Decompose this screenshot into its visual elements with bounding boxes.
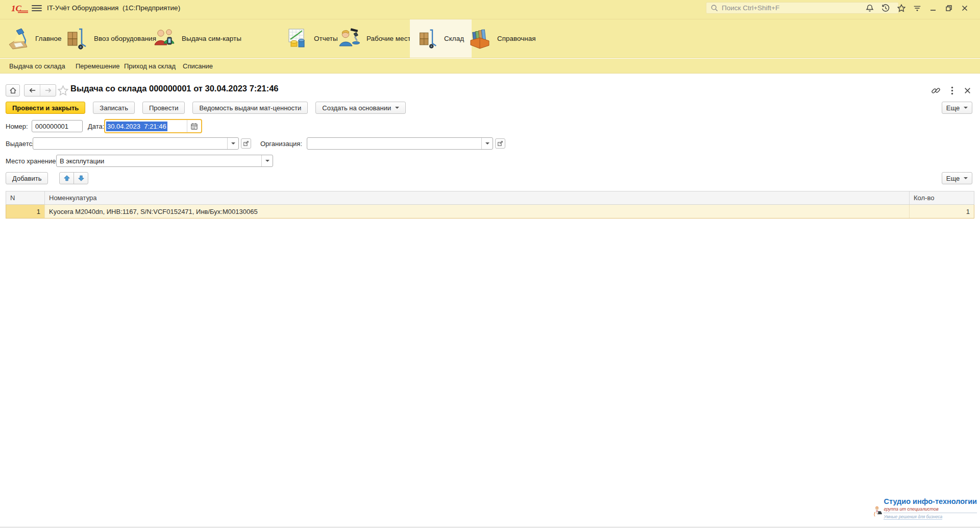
storage-place-value: В эксплутации — [57, 155, 261, 166]
post-and-close-button[interactable]: Провести и закрыть — [6, 102, 85, 114]
titlebar-icons — [862, 1, 972, 15]
home-button[interactable] — [6, 84, 20, 96]
document-title: Выдача со склада 000000001 от 30.04.2023… — [70, 84, 279, 93]
restore-icon[interactable] — [941, 2, 957, 15]
date-selected-text: 30.04.2023 7:21:46 — [106, 122, 167, 131]
get-link-icon[interactable] — [930, 85, 941, 96]
chevron-down-icon — [964, 177, 968, 181]
storage-place-input[interactable]: В эксплутации — [56, 155, 273, 167]
add-row-button[interactable]: Добавить — [6, 172, 48, 184]
submenu-spisanie[interactable]: Списание — [183, 59, 213, 74]
storage-place-label: Место хранение: — [6, 157, 58, 165]
workplace-icon — [338, 28, 360, 50]
submenu-prihod-na-sklad[interactable]: Приход на склад — [124, 59, 176, 74]
open-form-icon — [497, 140, 503, 147]
service-menu-icon[interactable] — [909, 2, 925, 15]
search-placeholder: Поиск Ctrl+Shift+F — [722, 4, 779, 12]
tab-otchety[interactable]: Отчеты — [287, 19, 338, 58]
organization-label: Организация: — [260, 140, 302, 148]
dropdown-button[interactable] — [481, 138, 493, 149]
document-menu-kebab-icon[interactable] — [946, 85, 958, 96]
back-arrow-icon — [29, 87, 36, 93]
chart-icon — [287, 28, 308, 50]
favorite-toggle-star-icon[interactable] — [56, 84, 69, 97]
chevron-down-icon — [964, 107, 968, 111]
document-close-icon[interactable] — [962, 85, 973, 96]
tab-rabochie-mesta[interactable]: Рабочие места — [338, 19, 414, 58]
organization-input[interactable] — [307, 137, 493, 150]
date-input[interactable]: 30.04.2023 7:21:46 — [104, 119, 202, 133]
main-menu-icon[interactable] — [32, 4, 42, 12]
chevron-down-icon — [485, 142, 489, 147]
tab-sklad[interactable]: Склад — [410, 19, 472, 58]
more-button-table[interactable]: Еще — [942, 172, 972, 184]
ribbon: Главное Ввоз оборудования Выда — [0, 19, 980, 58]
issue-sheet-button[interactable]: Ведомость выдачи мат-ценности — [192, 102, 308, 114]
write-button[interactable]: Записать — [93, 102, 135, 114]
people-simcard-icon — [153, 28, 176, 50]
forward-button[interactable] — [40, 85, 56, 96]
favorites-star-icon[interactable] — [893, 2, 909, 15]
column-header-nomenclature[interactable]: Номенкулатура — [45, 191, 910, 204]
create-based-on-button[interactable]: Создать на основании — [315, 102, 406, 114]
column-header-n[interactable]: N — [6, 191, 45, 204]
tab-label: Отчеты — [314, 35, 338, 42]
section-submenu: Выдача со склада Перемешение Приход на с… — [0, 59, 980, 74]
chevron-down-icon — [231, 142, 235, 147]
date-label: Дата: — [88, 123, 104, 130]
issued-to-input[interactable] — [33, 137, 239, 150]
warehouse-trolley-icon — [418, 28, 438, 50]
move-up-button[interactable] — [59, 172, 74, 184]
home-icon — [9, 87, 17, 94]
tab-label: Рабочие места — [366, 35, 414, 42]
more-label: Еще — [946, 175, 960, 182]
submenu-peremeshenie[interactable]: Перемешение — [76, 59, 120, 74]
move-down-button[interactable] — [74, 172, 88, 184]
arrow-up-icon — [63, 175, 70, 182]
cell-nomenclature[interactable]: Kyocera M2040dn, ИНВ:1167, S/N:VCF015247… — [45, 205, 910, 218]
close-window-icon[interactable] — [957, 2, 972, 15]
issued-to-open-button[interactable] — [241, 138, 251, 149]
tab-glavnoe[interactable]: Главное — [7, 19, 62, 58]
vendor-subtitle: группа ит специалистов — [884, 506, 977, 513]
boxes-trolley-icon — [65, 28, 88, 50]
tab-vvoz-oborudovaniya[interactable]: Ввоз оборудования — [65, 19, 156, 58]
history-icon[interactable] — [877, 2, 893, 15]
arrow-down-icon — [78, 175, 85, 182]
organization-value — [307, 138, 481, 149]
vendor-logo: Студио инфо-технологии группа ит специал… — [874, 497, 977, 526]
submenu-vydacha-so-sklada[interactable]: Выдача со склада — [9, 59, 65, 74]
tab-vydacha-sim-karty[interactable]: Выдача сим-карты — [153, 19, 241, 58]
column-header-qty[interactable]: Кол-во — [910, 191, 974, 204]
chevron-down-icon — [265, 160, 270, 164]
dropdown-button[interactable] — [227, 138, 238, 149]
cell-qty[interactable]: 1 — [910, 205, 974, 218]
notifications-bell-icon[interactable] — [862, 2, 877, 15]
vendor-mascot-icon — [874, 497, 882, 526]
page-bottom-divider — [0, 527, 980, 527]
number-input[interactable]: 000000001 — [32, 120, 83, 132]
tab-label: Главное — [35, 35, 62, 42]
tab-label: Выдача сим-карты — [182, 35, 241, 42]
dropdown-button[interactable] — [261, 155, 273, 166]
app-title: IT-Учёт Оборудования (1С:Предприятие) — [47, 4, 180, 12]
tab-spravochnaya[interactable]: Справочная — [469, 19, 536, 58]
calendar-icon — [190, 123, 198, 130]
open-form-icon — [243, 140, 249, 147]
number-label: Номер: — [6, 123, 28, 130]
cell-row-number[interactable]: 1 — [6, 205, 45, 218]
1c-logo-icon: 1С — [11, 4, 30, 14]
post-button[interactable]: Провести — [142, 102, 185, 114]
forward-arrow-icon — [44, 87, 52, 93]
more-label: Еще — [946, 104, 960, 112]
calendar-picker-button[interactable] — [187, 120, 201, 132]
tab-label: Склад — [444, 35, 464, 42]
chevron-down-icon — [395, 107, 399, 111]
table-row[interactable]: 1 Kyocera M2040dn, ИНВ:1167, S/N:VCF0152… — [6, 205, 974, 219]
minimize-icon[interactable] — [925, 2, 941, 15]
search-icon — [710, 4, 718, 12]
titlebar: 1С IT-Учёт Оборудования (1С:Предприятие)… — [0, 0, 980, 19]
organization-open-button[interactable] — [495, 138, 505, 149]
more-button-top[interactable]: Еще — [942, 102, 972, 114]
back-button[interactable] — [24, 85, 40, 96]
